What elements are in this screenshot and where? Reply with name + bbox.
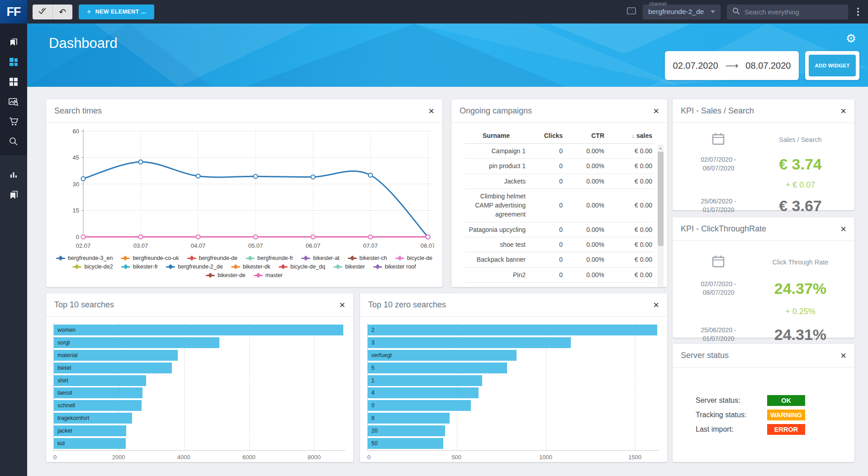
bar[interactable]: laesst xyxy=(54,387,142,398)
column-header-surname[interactable]: Surname xyxy=(465,128,527,144)
table-row[interactable]: Campaign 100.00%€ 0.00 xyxy=(465,144,654,159)
legend-item[interactable]: bikester-at xyxy=(301,255,339,261)
bar[interactable]: sorgt xyxy=(54,337,219,348)
legend-item[interactable]: bergfreunde-co-uk xyxy=(121,255,179,261)
legend-item[interactable]: bikester-fr xyxy=(121,264,158,270)
legend-item[interactable]: bergfreunde-3_en xyxy=(56,255,113,261)
gear-icon[interactable]: ⚙ xyxy=(846,32,856,46)
close-icon[interactable]: × xyxy=(653,106,659,116)
close-icon[interactable]: × xyxy=(840,224,846,234)
table-row[interactable]: shoe test00.00%€ 0.00 xyxy=(465,237,654,252)
search-input[interactable] xyxy=(745,8,843,16)
legend-item[interactable]: bicycle-de xyxy=(395,255,432,261)
toolbar-button-group: ↶ xyxy=(33,5,72,19)
bar-label: tragekomfort xyxy=(54,415,89,421)
table-row[interactable]: Pin200.00%€ 0.00 xyxy=(465,267,654,282)
close-icon[interactable]: × xyxy=(428,106,434,116)
legend-item[interactable]: bikester-ch xyxy=(348,255,387,261)
x-tick-label: 8000 xyxy=(308,454,321,461)
scroll-up-button[interactable]: ▲ xyxy=(658,145,664,151)
legend-label: bergfreunde-de xyxy=(199,255,237,261)
bar[interactable]: 4 xyxy=(368,387,479,398)
cell-clicks: 0 xyxy=(527,222,564,237)
column-header-clicks[interactable]: Clicks xyxy=(527,128,564,144)
top-zero-searches-chart: 23verfuegt514082050 050010001500 xyxy=(360,317,667,463)
legend-item[interactable]: bicycle-de2 xyxy=(72,264,113,270)
bar[interactable]: verfuegt xyxy=(368,350,517,361)
legend-item[interactable]: bikester xyxy=(333,264,365,270)
calendar-icon xyxy=(711,132,726,147)
bar[interactable]: 0 xyxy=(368,400,471,411)
sidebar-item-image-search[interactable] xyxy=(0,93,27,113)
table-row[interactable]: Jackets00.00%€ 0.00 xyxy=(465,174,654,189)
svg-text:02.07: 02.07 xyxy=(76,242,91,249)
legend-item[interactable]: bergfreunde-de xyxy=(187,255,237,261)
add-widget-button[interactable]: ADD WIDGET xyxy=(809,55,856,76)
close-icon[interactable]: × xyxy=(840,106,846,116)
legend-marker-icon xyxy=(333,266,342,268)
legend-item[interactable]: bicycle-de_dq xyxy=(279,264,325,270)
channel-selector: channel bergfreunde-2_de xyxy=(643,5,721,19)
bar[interactable]: 2 xyxy=(368,325,657,335)
channel-select[interactable]: bergfreunde-2_de xyxy=(643,5,721,19)
sidebar-item-dashboard[interactable] xyxy=(0,53,27,73)
bar[interactable]: schnell xyxy=(54,400,142,411)
sidebar-item-widgets[interactable] xyxy=(0,73,27,93)
table-row[interactable]: pin product 100.00%€ 0.00 xyxy=(465,159,654,174)
bookmark-icon xyxy=(9,37,19,49)
sidebar-item-reports[interactable] xyxy=(0,186,27,206)
bar[interactable]: jacket xyxy=(54,425,126,436)
table-row[interactable]: Backpack banner00.00%€ 0.00 xyxy=(465,252,654,267)
kpi-previous-period: 25/06/2020 - 01/07/2020 xyxy=(682,197,755,214)
scrollbar-thumb[interactable] xyxy=(658,152,664,246)
cell-clicks: 0 xyxy=(527,267,564,282)
app-logo[interactable]: FF xyxy=(0,0,27,24)
cell-surname: Climbing helmet CAMP advertising agreeme… xyxy=(465,189,527,222)
widget-title: Top 10 searches xyxy=(54,300,114,310)
bar[interactable]: material xyxy=(54,350,178,361)
bar[interactable]: tragekomfort xyxy=(54,413,132,424)
legend-item[interactable]: bergfreunde-fr xyxy=(246,255,293,261)
sidebar-item-search[interactable] xyxy=(0,132,27,152)
legend-item[interactable]: master xyxy=(254,272,283,278)
cell-sales: € 0.00 xyxy=(606,237,654,252)
legend-label: bikester-ch xyxy=(360,255,387,261)
bar[interactable]: women xyxy=(54,325,343,335)
legend-item[interactable]: bikester-dk xyxy=(231,264,270,270)
svg-text:08.07: 08.07 xyxy=(421,242,434,249)
close-icon[interactable]: × xyxy=(653,300,659,310)
status-badge: WARNING xyxy=(767,410,805,420)
table-row[interactable]: Patagonia upcycling00.00%€ 0.00 xyxy=(465,222,654,237)
bar[interactable]: 3 xyxy=(368,337,571,348)
cell-ctr: 0.00% xyxy=(564,237,606,252)
bar[interactable]: kid xyxy=(54,438,126,449)
new-element-button[interactable]: + NEW ELEMENT ... xyxy=(79,5,154,19)
svg-text:30: 30 xyxy=(73,181,79,188)
legend-label: bicycle-de_dq xyxy=(290,264,325,270)
date-range-picker[interactable]: 02.07.2020 ⟶ 08.07.2020 xyxy=(665,51,799,80)
sidebar-lower-section xyxy=(0,155,27,476)
close-icon[interactable]: × xyxy=(840,351,846,361)
sidebar-item-analytics[interactable] xyxy=(0,166,27,186)
legend-item[interactable]: bergfreunde-2_de xyxy=(166,264,223,270)
column-header-sales[interactable]: ↓sales xyxy=(606,128,654,144)
sidebar-item-shop[interactable] xyxy=(0,113,27,132)
bar-label: sorgt xyxy=(54,339,70,346)
apply-changes-button[interactable] xyxy=(33,5,53,19)
undo-button[interactable]: ↶ xyxy=(53,5,73,19)
overflow-menu-button[interactable] xyxy=(854,6,862,18)
bar[interactable]: 1 xyxy=(368,375,482,386)
close-icon[interactable]: × xyxy=(339,300,345,310)
legend-item[interactable]: bikester-de xyxy=(206,272,246,278)
bar-label: 4 xyxy=(368,390,375,396)
table-row[interactable]: Climbing helmet CAMP advertising agreeme… xyxy=(465,189,654,222)
bar[interactable]: 8 xyxy=(368,413,450,424)
column-header-ctr[interactable]: CTR xyxy=(564,128,606,144)
bar[interactable]: shirt xyxy=(54,375,146,386)
sidebar-item-bookmarks[interactable] xyxy=(0,33,27,53)
bar[interactable]: 50 xyxy=(368,438,443,449)
bar[interactable]: 5 xyxy=(368,363,507,373)
bar[interactable]: bietet xyxy=(54,363,172,373)
bar[interactable]: 20 xyxy=(368,425,445,436)
legend-item[interactable]: bikester roof xyxy=(373,264,416,270)
